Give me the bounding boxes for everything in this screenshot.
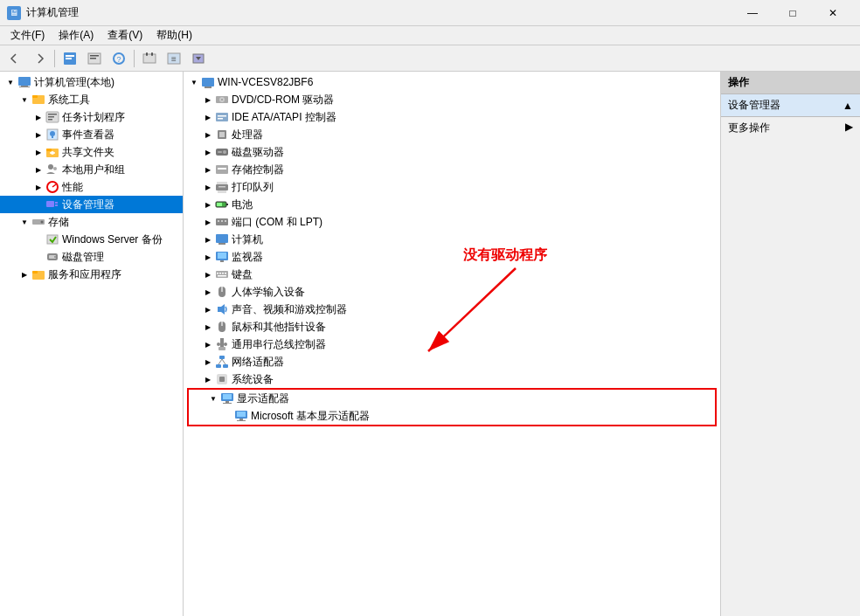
device-network-label: 网络适配器 <box>232 355 284 370</box>
toolbar: ? ≡ <box>0 45 860 72</box>
app-icon: 🖥 <box>7 6 21 20</box>
svg-line-92 <box>222 359 225 364</box>
menu-help[interactable]: 帮助(H) <box>149 26 199 45</box>
tree-services[interactable]: ▶ 服务和应用程序 <box>0 266 183 283</box>
back-button[interactable] <box>3 48 26 69</box>
device-computer[interactable]: ▶ 计算机 <box>184 231 720 248</box>
arrow-storage-ctrl: ▶ <box>201 163 215 176</box>
tree-system-tools[interactable]: ▼ 系统工具 <box>0 91 183 108</box>
toolbar-btn-2[interactable] <box>83 48 106 69</box>
menu-action[interactable]: 操作(A) <box>52 26 101 45</box>
tree-services-label: 服务和应用程序 <box>48 267 121 282</box>
device-processor[interactable]: ▶ 处理器 <box>184 126 720 143</box>
tree-local-users[interactable]: ▶ 本地用户和组 <box>0 161 183 178</box>
right-panel: 操作 设备管理器 ▲ 更多操作 ▶ <box>720 72 860 616</box>
device-printer[interactable]: ▶ 打印队列 <box>184 178 720 196</box>
tree-local-users-label: 本地用户和组 <box>62 163 125 177</box>
svg-rect-94 <box>219 377 225 382</box>
svg-rect-20 <box>48 114 57 115</box>
arrow-usb: ▶ <box>201 337 215 351</box>
svg-rect-42 <box>202 78 214 87</box>
svg-rect-77 <box>225 273 226 274</box>
tree-performance[interactable]: ▶ 性能 <box>0 178 183 196</box>
svg-rect-31 <box>46 201 54 207</box>
left-panel: ▼ 计算机管理(本地) ▼ 系统工具 ▶ 任务计划程序 ▶ <box>0 72 184 616</box>
device-dvdrom[interactable]: ▶ DVD/CD-ROM 驱动器 <box>184 91 720 108</box>
svg-rect-26 <box>46 149 52 151</box>
tree-root[interactable]: ▼ 计算机管理(本地) <box>0 73 183 91</box>
svg-rect-47 <box>216 113 228 121</box>
device-monitor[interactable]: ▶ 监视器 <box>184 248 720 266</box>
svg-rect-102 <box>237 420 246 421</box>
tree-shared-folders-label: 共享文件夹 <box>62 145 114 160</box>
icon-system-tools <box>31 93 45 107</box>
device-ms-basic-display-label: Microsoft 基本显示适配器 <box>251 409 370 424</box>
svg-rect-71 <box>218 253 226 259</box>
tree-storage[interactable]: ▼ 存储 <box>0 213 183 231</box>
minimize-button[interactable]: — <box>732 0 773 26</box>
tree-event-viewer-label: 事件查看器 <box>62 128 114 142</box>
right-panel-primary[interactable]: 设备管理器 ▲ <box>721 94 860 117</box>
device-usb[interactable]: ▶ 通用串行总线控制器 <box>184 336 720 353</box>
device-ms-basic-display[interactable]: ▶ Microsoft 基本显示适配器 <box>189 407 715 425</box>
arrow-hid: ▶ <box>201 285 215 299</box>
icon-device-manager <box>45 197 59 211</box>
tree-device-manager[interactable]: ▶ 设备管理器 <box>0 196 183 213</box>
svg-rect-62 <box>226 204 228 205</box>
menu-file[interactable]: 文件(F) <box>3 26 52 45</box>
device-keyboard[interactable]: ▶ 键盘 <box>184 266 720 283</box>
tree-disk-management[interactable]: ▶ 磁盘管理 <box>0 248 183 266</box>
menu-view[interactable]: 查看(V) <box>101 26 149 45</box>
arrow-root: ▼ <box>3 75 17 89</box>
forward-button[interactable] <box>28 48 51 69</box>
icon-ide <box>215 110 229 124</box>
toolbar-btn-3[interactable]: ? <box>108 48 130 69</box>
device-sound[interactable]: ▶ 声音、视频和游戏控制器 <box>184 301 720 318</box>
toolbar-btn-6[interactable] <box>187 48 210 69</box>
svg-text:≡: ≡ <box>171 54 177 64</box>
device-storage-ctrl[interactable]: ▶ 存储控制器 <box>184 161 720 178</box>
toolbar-btn-5[interactable]: ≡ <box>163 48 185 69</box>
svg-rect-84 <box>220 338 224 347</box>
device-root[interactable]: ▼ WIN-VCESV82JBF6 <box>184 73 720 91</box>
toolbar-btn-1[interactable] <box>59 48 81 69</box>
tree-windows-backup[interactable]: ▶ Windows Server 备份 <box>0 231 183 248</box>
device-system[interactable]: ▶ 系统设备 <box>184 370 720 388</box>
device-display-adapter[interactable]: ▼ 显示适配器 <box>189 390 715 407</box>
tree-storage-label: 存储 <box>48 215 69 230</box>
right-panel-sub[interactable]: 更多操作 ▶ <box>721 117 860 139</box>
close-button[interactable]: ✕ <box>813 0 853 26</box>
icon-services <box>31 267 45 281</box>
tree-event-viewer[interactable]: ▶ 事件查看器 <box>0 126 183 143</box>
device-ports[interactable]: ▶ 端口 (COM 和 LPT) <box>184 213 720 231</box>
svg-point-46 <box>221 99 223 100</box>
icon-device-root <box>201 75 215 89</box>
arrow-event-viewer: ▶ <box>31 128 45 142</box>
arrow-computer: ▶ <box>201 232 215 246</box>
tree-task-scheduler[interactable]: ▶ 任务计划程序 <box>0 108 183 126</box>
arrow-sound: ▶ <box>201 302 215 316</box>
device-mouse[interactable]: ▶ 鼠标和其他指针设备 <box>184 318 720 336</box>
arrow-device-root: ▼ <box>187 75 201 89</box>
icon-shared-folders <box>45 145 59 159</box>
device-ide[interactable]: ▶ IDE ATA/ATAPI 控制器 <box>184 108 720 126</box>
arrow-battery: ▶ <box>201 197 215 211</box>
menu-bar: 文件(F) 操作(A) 查看(V) 帮助(H) <box>0 26 860 45</box>
device-disk[interactable]: ▶ 磁盘驱动器 <box>184 143 720 161</box>
tree-device-manager-label: 设备管理器 <box>62 197 114 212</box>
icon-disk <box>215 145 229 159</box>
device-processor-label: 处理器 <box>232 128 263 142</box>
icon-usb <box>215 337 229 351</box>
svg-rect-67 <box>225 220 226 222</box>
window-title: 计算机管理 <box>26 5 79 20</box>
toolbar-btn-4[interactable] <box>138 48 161 69</box>
maximize-button[interactable]: □ <box>773 0 813 26</box>
device-network[interactable]: ▶ 网络适配器 <box>184 353 720 370</box>
svg-rect-59 <box>218 190 226 193</box>
tree-shared-folders[interactable]: ▶ 共享文件夹 <box>0 143 183 161</box>
arrow-shared-folders: ▶ <box>31 145 45 159</box>
device-printer-label: 打印队列 <box>232 180 274 195</box>
device-battery[interactable]: ▶ 电池 <box>184 196 720 213</box>
svg-rect-22 <box>48 119 52 121</box>
device-hid[interactable]: ▶ 人体学输入设备 <box>184 283 720 301</box>
